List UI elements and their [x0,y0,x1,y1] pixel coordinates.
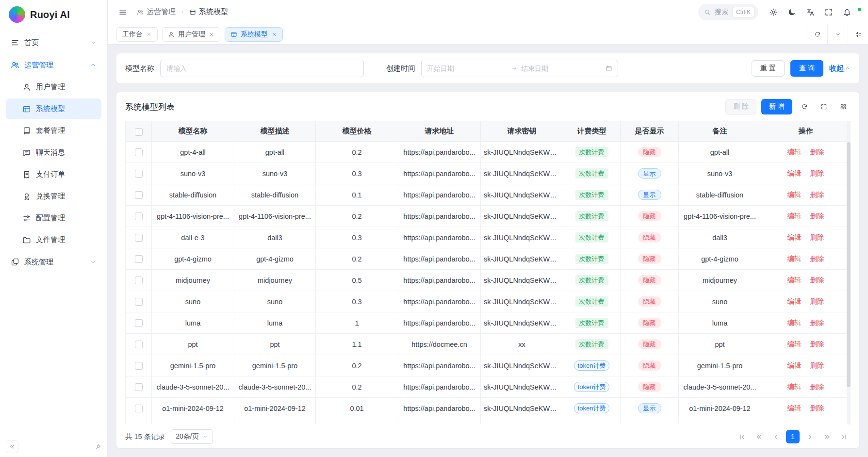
sidebar-collapse-icon[interactable] [6,441,18,453]
visibility-badge: 隐藏 [638,339,661,349]
tab-workbench[interactable]: 工作台 [116,27,158,42]
visibility-badge: 显示 [638,168,661,179]
cell-model-desc: claude-3-5-sonnet-20... [234,376,316,398]
sidebar-subitem[interactable]: 用户管理 [6,77,101,98]
last-page-button[interactable] [837,430,851,443]
delete-link[interactable]: 删除 [810,297,824,305]
close-icon[interactable] [209,32,214,37]
sidebar-subitem[interactable]: 文件管理 [6,229,101,250]
hamburger-icon[interactable] [115,4,131,20]
delete-link[interactable]: 删除 [810,255,824,262]
row-checkbox[interactable] [135,405,143,412]
row-checkbox[interactable] [135,341,143,348]
page-size-select[interactable]: 20条/页 [171,429,213,444]
first-page-button[interactable] [735,430,749,443]
cell-model-desc: suno-v3 [234,163,316,184]
notification-icon[interactable] [839,4,855,20]
delete-link[interactable]: 删除 [810,361,824,369]
next-page-button[interactable] [803,430,817,443]
delete-link[interactable]: 删除 [810,169,824,177]
edit-link[interactable]: 编辑 [787,212,801,220]
end-date-input[interactable] [521,65,602,72]
jump-back-button[interactable] [752,430,766,443]
edit-link[interactable]: 编辑 [787,297,801,305]
pin-icon[interactable] [95,443,101,450]
billing-type-badge: token计费 [574,360,610,371]
add-button[interactable]: 新 增 [761,99,792,114]
delete-link[interactable]: 删除 [810,148,824,156]
row-checkbox[interactable] [135,298,143,306]
delete-button[interactable]: 删 除 [725,99,756,114]
row-checkbox[interactable] [135,191,143,199]
sidebar-item-operations[interactable]: 运营管理 [6,54,101,76]
sidebar-subitem[interactable]: 兑换管理 [6,186,101,207]
jump-forward-button[interactable] [820,430,834,443]
select-all-checkbox[interactable] [135,128,143,136]
row-checkbox[interactable] [135,362,143,370]
row-checkbox[interactable] [135,170,143,178]
language-icon[interactable] [802,4,819,20]
edit-link[interactable]: 编辑 [787,319,801,326]
edit-link[interactable]: 编辑 [787,361,801,369]
row-checkbox[interactable] [135,212,143,220]
sidebar-subitem[interactable]: 聊天消息 [6,142,101,163]
sidebar-subitem[interactable]: 配置管理 [6,208,101,228]
start-date-input[interactable] [427,65,508,72]
refresh-icon[interactable] [807,24,827,44]
edit-link[interactable]: 编辑 [787,255,801,262]
content-fullscreen-icon[interactable] [848,24,868,44]
column-setting-icon[interactable] [836,99,851,114]
delete-link[interactable]: 删除 [810,340,824,348]
fullscreen-icon[interactable] [820,4,837,20]
cell-request-key: sk-JIUQLNndqSeKWU... [481,312,563,334]
edit-link[interactable]: 编辑 [787,383,801,391]
table-fullscreen-icon[interactable] [817,99,831,114]
collapse-filter-link[interactable]: 收起 [829,64,851,73]
sidebar-subitem[interactable]: 系统模型 [6,98,101,119]
chevron-down-icon[interactable] [827,24,848,44]
sidebar-subitem[interactable]: 支付订单 [6,164,101,185]
global-search[interactable]: 搜索 Ctrl K [698,4,758,20]
search-button[interactable]: 查 询 [790,60,823,77]
app-logo[interactable]: Ruoyi AI [0,0,107,29]
tab-user-management[interactable]: 用户管理 [162,27,220,42]
row-checkbox[interactable] [135,255,143,263]
delete-link[interactable]: 删除 [810,191,824,198]
delete-link[interactable]: 删除 [810,383,824,391]
row-checkbox[interactable] [135,148,143,156]
edit-link[interactable]: 编辑 [787,191,801,198]
model-name-input[interactable] [160,60,364,77]
edit-link[interactable]: 编辑 [787,169,801,177]
edit-link[interactable]: 编辑 [787,233,801,241]
date-range-picker[interactable] [421,60,618,77]
sidebar-item-home[interactable]: 首页 [6,32,101,53]
reset-button[interactable]: 重 置 [752,60,785,77]
edit-link[interactable]: 编辑 [787,340,801,348]
scrollbar-thumb[interactable] [847,142,851,387]
edit-link[interactable]: 编辑 [787,148,801,156]
edit-link[interactable]: 编辑 [787,404,801,412]
row-checkbox[interactable] [135,277,143,284]
delete-link[interactable]: 删除 [810,212,824,220]
breadcrumb-operations[interactable]: 运营管理 [137,7,176,16]
sidebar-subitem[interactable]: 套餐管理 [6,120,101,141]
edit-link[interactable]: 编辑 [787,276,801,284]
settings-icon[interactable] [765,4,782,20]
close-icon[interactable] [146,32,152,37]
chevron-down-icon [90,259,97,265]
delete-link[interactable]: 删除 [810,276,824,284]
sidebar-item-system[interactable]: 系统管理 [6,251,101,273]
row-checkbox[interactable] [135,234,143,242]
tab-system-model[interactable]: 系统模型 [225,27,283,42]
refresh-icon[interactable] [797,99,812,114]
row-checkbox[interactable] [135,319,143,327]
page-number-current[interactable]: 1 [786,430,800,443]
row-checkbox[interactable] [135,383,143,391]
close-icon[interactable] [271,32,277,37]
delete-link[interactable]: 删除 [810,319,824,326]
delete-link[interactable]: 删除 [810,404,824,412]
prev-page-button[interactable] [769,430,783,443]
dark-mode-icon[interactable] [784,4,800,20]
breadcrumb-system-model[interactable]: 系统模型 [189,7,228,16]
delete-link[interactable]: 删除 [810,233,824,241]
